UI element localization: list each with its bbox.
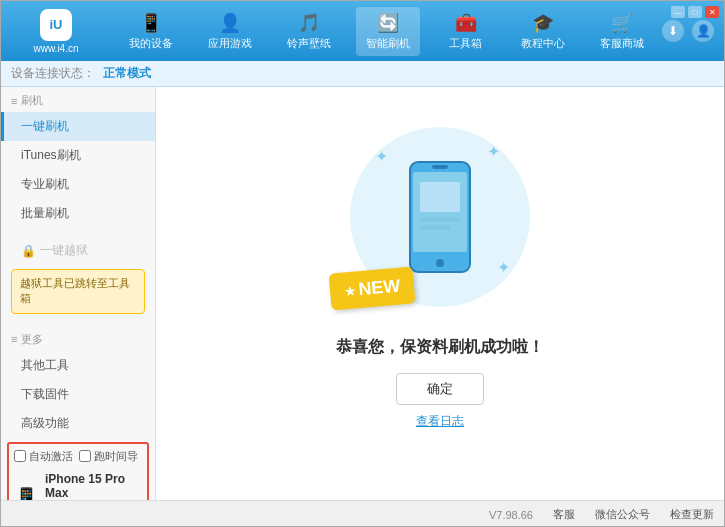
device-name: iPhone 15 Pro Max (45, 472, 142, 500)
nav-toolbox-label: 工具箱 (449, 36, 482, 51)
smart-flash-icon: 🔄 (377, 12, 399, 34)
nav-app-games[interactable]: 👤 应用游戏 (198, 7, 262, 56)
logo: iU www.i4.cn (11, 9, 101, 54)
other-tools-label: 其他工具 (21, 358, 69, 372)
sidebar-alert-text: 越狱工具已跳转至工具箱 (20, 277, 130, 304)
lock-icon: 🔒 (21, 244, 36, 258)
device-info: 📱 iPhone 15 Pro Max 512GB iPhone (14, 468, 142, 500)
maximize-button[interactable]: □ (688, 6, 702, 18)
nav-tutorial[interactable]: 🎓 教程中心 (511, 7, 575, 56)
time-guide-label: 跑时间导 (94, 449, 138, 464)
flash-section-icon: ≡ (11, 95, 17, 107)
batch-flash-label: 批量刷机 (21, 206, 69, 220)
minimize-button[interactable]: — (671, 6, 685, 18)
download-firmware-label: 下载固件 (21, 387, 69, 401)
sidebar-item-pro-flash[interactable]: 专业刷机 (1, 170, 155, 199)
nav-my-device-label: 我的设备 (129, 36, 173, 51)
nav-smart-flash[interactable]: 🔄 智能刷机 (356, 7, 420, 56)
nav-toolbox[interactable]: 🧰 工具箱 (436, 7, 496, 56)
sidebar: ≡ 刷机 一键刷机 iTunes刷机 专业刷机 批量刷机 🔒 (1, 87, 156, 500)
success-text: 恭喜您，保资料刷机成功啦！ (336, 337, 544, 358)
log-link[interactable]: 查看日志 (416, 413, 464, 430)
sidebar-section-more: ≡ 更多 (1, 326, 155, 351)
nav-app-games-label: 应用游戏 (208, 36, 252, 51)
sidebar-item-download-firmware[interactable]: 下载固件 (1, 380, 155, 409)
sidebar-section-flash: ≡ 刷机 (1, 87, 155, 112)
nav-smart-flash-label: 智能刷机 (366, 36, 410, 51)
download-button[interactable]: ⬇ (662, 20, 684, 42)
advanced-label: 高级功能 (21, 416, 69, 430)
confirm-btn-label: 确定 (427, 381, 453, 396)
app-games-icon: 👤 (219, 12, 241, 34)
nav-tutorial-label: 教程中心 (521, 36, 565, 51)
footer: V7.98.66 客服 微信公众号 检查更新 (1, 500, 724, 527)
main-content: ✦ ✦ ✦ (156, 87, 724, 500)
version-text: V7.98.66 (489, 509, 533, 521)
sidebar-item-other-tools[interactable]: 其他工具 (1, 351, 155, 380)
toolbox-icon: 🧰 (455, 12, 477, 34)
status-bar: 设备连接状态： 正常模式 (1, 61, 724, 87)
one-key-flash-label: 一键刷机 (21, 119, 69, 133)
svg-rect-6 (420, 225, 450, 230)
logo-text: www.i4.cn (33, 43, 78, 54)
sidebar-section-flash-label: 刷机 (21, 93, 43, 108)
svg-rect-4 (420, 182, 460, 212)
new-badge: NEW (329, 266, 416, 310)
footer-skin[interactable]: 客服 (553, 507, 575, 522)
confirm-button[interactable]: 确定 (396, 373, 484, 405)
sidebar-item-advanced[interactable]: 高级功能 (1, 409, 155, 438)
more-section-icon: ≡ (11, 333, 17, 345)
app-window: iU www.i4.cn 📱 我的设备 👤 应用游戏 🎵 铃声壁纸 🔄 智能刷机 (0, 0, 725, 527)
nav-service-label: 客服商城 (600, 36, 644, 51)
sidebar-alert: 越狱工具已跳转至工具箱 (11, 269, 145, 314)
footer-check-update[interactable]: 检查更新 (670, 507, 714, 522)
time-guide-checkbox[interactable] (79, 450, 91, 462)
window-controls: — □ ✕ (671, 6, 719, 18)
illustration: ✦ ✦ ✦ (340, 117, 540, 317)
sparkle-1-icon: ✦ (375, 147, 388, 166)
close-button[interactable]: ✕ (705, 6, 719, 18)
itunes-flash-label: iTunes刷机 (21, 148, 81, 162)
logo-icon: iU (40, 9, 72, 41)
checkbox-row: 自动激活 跑时间导 (14, 449, 142, 464)
status-label: 设备连接状态： (11, 65, 95, 82)
sidebar-item-batch-flash[interactable]: 批量刷机 (1, 199, 155, 228)
auto-activate-label: 自动激活 (29, 449, 73, 464)
sidebar-section-more-label: 更多 (21, 332, 43, 347)
my-device-icon: 📱 (140, 12, 162, 34)
phone-illustration (405, 157, 475, 277)
pro-flash-label: 专业刷机 (21, 177, 69, 191)
footer-wechat[interactable]: 微信公众号 (595, 507, 650, 522)
svg-rect-2 (432, 165, 448, 169)
sidebar-item-itunes-flash[interactable]: iTunes刷机 (1, 141, 155, 170)
header: iU www.i4.cn 📱 我的设备 👤 应用游戏 🎵 铃声壁纸 🔄 智能刷机 (1, 1, 724, 61)
auto-activate-checkbox[interactable] (14, 450, 26, 462)
sidebar-item-one-key-flash[interactable]: 一键刷机 (1, 112, 155, 141)
device-phone-icon: 📱 (14, 486, 39, 500)
sidebar-disabled-jailbreak: 🔒 一键越狱 (1, 236, 155, 265)
nav-service[interactable]: 🛒 客服商城 (590, 7, 654, 56)
device-details: iPhone 15 Pro Max 512GB iPhone (45, 472, 142, 500)
ringtone-icon: 🎵 (298, 12, 320, 34)
service-icon: 🛒 (611, 12, 633, 34)
user-button[interactable]: 👤 (692, 20, 714, 42)
new-badge-text: NEW (357, 276, 401, 300)
nav-ringtone[interactable]: 🎵 铃声壁纸 (277, 7, 341, 56)
tutorial-icon: 🎓 (532, 12, 554, 34)
nav-bar: 📱 我的设备 👤 应用游戏 🎵 铃声壁纸 🔄 智能刷机 🧰 工具箱 🎓 (111, 7, 662, 56)
sparkle-3-icon: ✦ (497, 258, 510, 277)
nav-ringtone-label: 铃声壁纸 (287, 36, 331, 51)
sparkle-2-icon: ✦ (487, 142, 500, 161)
time-guide-checkbox-label[interactable]: 跑时间导 (79, 449, 138, 464)
svg-rect-5 (420, 217, 460, 222)
status-value: 正常模式 (103, 65, 151, 82)
disabled-jailbreak-label: 一键越狱 (40, 242, 88, 259)
svg-point-3 (436, 259, 444, 267)
nav-my-device[interactable]: 📱 我的设备 (119, 7, 183, 56)
header-actions: ⬇ 👤 (662, 20, 714, 42)
auto-activate-checkbox-label[interactable]: 自动激活 (14, 449, 73, 464)
